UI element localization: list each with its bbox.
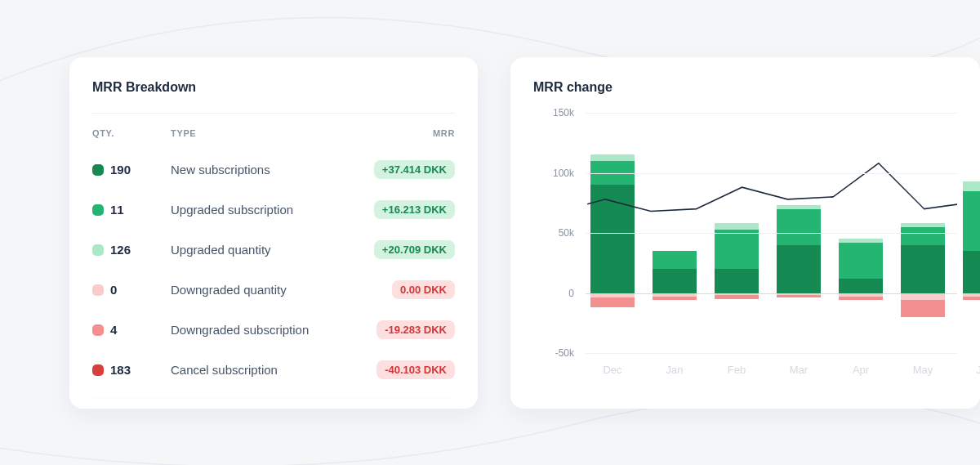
type-cell: Upgraded quantity: [171, 235, 336, 264]
gridline: [586, 353, 957, 354]
type-cell: Cancel subscription: [171, 355, 336, 384]
x-tick-label: Jan: [653, 364, 697, 376]
mrr-pill: 0.00 DKK: [392, 280, 455, 299]
series-swatch-icon: [92, 164, 104, 176]
qty-cell: 190: [92, 155, 158, 184]
y-tick-label: 150k: [553, 107, 574, 118]
bar-segment: [715, 269, 759, 293]
x-tick-label: Mar: [777, 364, 821, 376]
mrr-pill: -40.103 DKK: [376, 360, 455, 379]
col-header-mrr: MRR: [349, 128, 455, 146]
x-tick-label: May: [901, 364, 945, 376]
y-tick-label: 0: [568, 288, 574, 299]
qty-value: 183: [110, 363, 131, 377]
bar-segment: [653, 269, 697, 293]
mrr-change-card: MRR change 150k100k50k0-50k DecJanFebMar…: [510, 57, 980, 409]
card-title: MRR change: [533, 80, 957, 95]
bar-segment: [963, 181, 980, 191]
bar-segment: [839, 239, 883, 242]
x-tick-label: Feb: [715, 364, 759, 376]
x-axis-labels: DecJanFebMarAprMayJunJul: [586, 364, 957, 376]
bar-segment: [777, 245, 821, 293]
type-cell: Upgraded subscription: [171, 195, 336, 224]
qty-value: 11: [110, 203, 124, 217]
qty-value: 4: [110, 323, 117, 337]
col-header-type: TYPE: [171, 128, 336, 146]
mrr-cell: +37.414 DKK: [349, 153, 455, 186]
gridline: [586, 233, 957, 234]
bar-segment: [715, 295, 759, 298]
bar-segment: [777, 209, 821, 245]
bar-segment: [777, 295, 821, 297]
gridline: [586, 173, 957, 174]
bar-segment: [963, 297, 980, 300]
bar-group: [963, 113, 980, 353]
bar-segment: [590, 185, 635, 293]
y-tick-label: 50k: [559, 227, 574, 239]
type-cell: New subscriptions: [171, 155, 336, 184]
mrr-cell: 0.00 DKK: [349, 273, 455, 306]
type-cell: Downgraded subscription: [171, 315, 336, 344]
qty-cell: 183: [92, 355, 158, 384]
bar-segment: [963, 191, 980, 252]
y-axis: 150k100k50k0-50k: [540, 113, 579, 382]
series-swatch-icon: [92, 324, 104, 336]
bar-segment: [590, 297, 635, 307]
chart-area: 150k100k50k0-50k DecJanFebMarAprMayJunJu…: [540, 113, 957, 382]
bar-segment: [653, 251, 697, 269]
bar-segment: [839, 243, 883, 279]
mrr-breakdown-card: MRR Breakdown QTY. TYPE MRR 190New subsc…: [69, 57, 478, 409]
mrr-cell: -40.103 DKK: [349, 353, 455, 387]
bar-segment: [839, 279, 883, 293]
bar-segment: [901, 227, 945, 245]
zero-gridline: [586, 293, 957, 294]
bar-segment: [715, 230, 759, 270]
qty-cell: 126: [92, 235, 158, 264]
mrr-cell: +20.709 DKK: [349, 233, 455, 266]
total-row: Total New Net MRR +2.264 DKK: [92, 398, 455, 409]
bar-segment: [901, 300, 945, 317]
x-tick-label: Apr: [839, 364, 883, 376]
mrr-pill: -19.283 DKK: [376, 320, 455, 339]
type-cell: Downgraded quantity: [171, 275, 336, 304]
x-tick-label: Dec: [590, 364, 635, 376]
bar-segment: [653, 297, 697, 300]
bar-segment: [901, 245, 945, 293]
bar-segment: [901, 223, 945, 226]
series-swatch-icon: [92, 204, 104, 216]
mrr-cell: +16.213 DKK: [349, 193, 455, 226]
mrr-pill: +37.414 DKK: [374, 160, 455, 179]
qty-value: 190: [110, 163, 131, 177]
plot-area: [586, 113, 957, 353]
card-title: MRR Breakdown: [92, 80, 455, 95]
gridline: [586, 113, 957, 114]
bar-segment: [839, 297, 883, 300]
x-tick-label: Jun: [963, 364, 980, 376]
series-swatch-icon: [92, 364, 104, 376]
bar-segment: [715, 223, 759, 229]
mrr-pill: +16.213 DKK: [374, 200, 455, 219]
bar-segment: [777, 205, 821, 208]
bar-segment: [963, 251, 980, 293]
y-tick-label: -50k: [555, 347, 574, 359]
divider: [92, 113, 455, 114]
y-tick-label: 100k: [553, 168, 574, 179]
qty-cell: 11: [92, 195, 158, 224]
qty-value: 0: [110, 283, 117, 297]
qty-cell: 4: [92, 315, 158, 344]
qty-cell: 0: [92, 275, 158, 304]
series-swatch-icon: [92, 244, 104, 256]
bar-segment: [901, 293, 945, 301]
mrr-cell: -19.283 DKK: [349, 313, 455, 347]
breakdown-table: QTY. TYPE MRR 190New subscriptions+37.41…: [92, 128, 455, 387]
bar-segment: [590, 154, 635, 160]
mrr-pill: +20.709 DKK: [374, 240, 455, 259]
series-swatch-icon: [92, 284, 104, 296]
col-header-qty: QTY.: [92, 128, 158, 146]
qty-value: 126: [110, 243, 131, 257]
